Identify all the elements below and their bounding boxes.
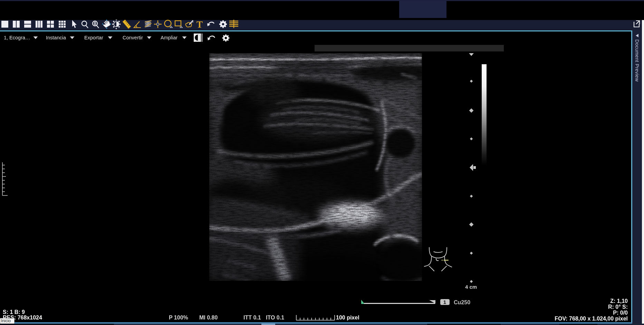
svg-text:Cu250: Cu250: [454, 299, 470, 305]
svg-text:T: T: [196, 19, 203, 30]
svg-text:1: 1: [443, 299, 446, 305]
